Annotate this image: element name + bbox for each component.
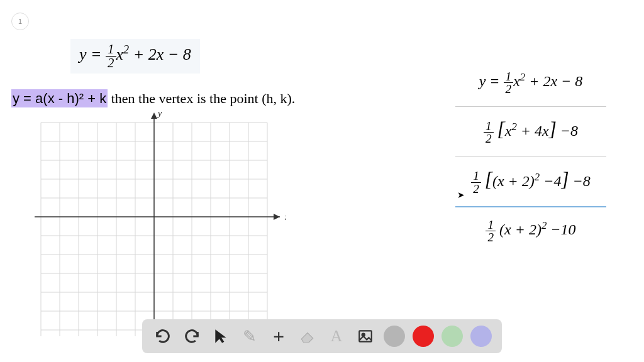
- divider-blue: [455, 206, 606, 207]
- coordinate-graph: x y: [35, 110, 286, 343]
- image-tool[interactable]: [353, 324, 378, 349]
- color-purple[interactable]: [469, 324, 494, 349]
- svg-rect-27: [359, 331, 372, 341]
- text-tool[interactable]: A: [324, 324, 349, 349]
- color-grey[interactable]: [382, 324, 407, 349]
- step-4: 12 (x + 2)2 −10: [455, 210, 606, 252]
- step-2: 12 [x2 + 4x] −8: [455, 109, 606, 153]
- undo-button[interactable]: [150, 324, 175, 349]
- redo-button[interactable]: [179, 324, 204, 349]
- y-axis-label: y: [157, 110, 162, 118]
- divider: [455, 156, 606, 157]
- cursor-icon: ➤: [457, 190, 465, 200]
- main-equation: y = 12x2 + 2x − 8: [70, 39, 200, 74]
- step-3: 12 [(x + 2)2 −4] −8: [455, 160, 606, 204]
- color-red[interactable]: [411, 324, 436, 349]
- svg-marker-26: [151, 112, 157, 119]
- add-tool[interactable]: +: [266, 324, 291, 349]
- vertex-form-line: y = a(x - h)² + k then the vertex is the…: [11, 90, 295, 107]
- pencil-tool[interactable]: ✎: [237, 324, 262, 349]
- step-1: y = 12x2 + 2x − 8: [455, 62, 606, 104]
- svg-marker-24: [274, 214, 280, 220]
- color-green[interactable]: [440, 324, 465, 349]
- page-number-badge: 1: [11, 13, 29, 30]
- work-steps: y = 12x2 + 2x − 8 12 [x2 + 4x] −8 12 [(x…: [455, 62, 606, 252]
- vertex-form-highlight: y = a(x - h)² + k: [11, 89, 108, 107]
- x-axis-label: x: [284, 212, 286, 222]
- drawing-toolbar: ✎ + A: [142, 319, 502, 353]
- divider: [455, 106, 606, 107]
- pointer-tool[interactable]: [208, 324, 233, 349]
- eraser-tool[interactable]: [295, 324, 320, 349]
- vertex-form-rest: then the vertex is the point (h, k).: [108, 90, 295, 106]
- equation-text: y = 12x2 + 2x − 8: [79, 45, 191, 63]
